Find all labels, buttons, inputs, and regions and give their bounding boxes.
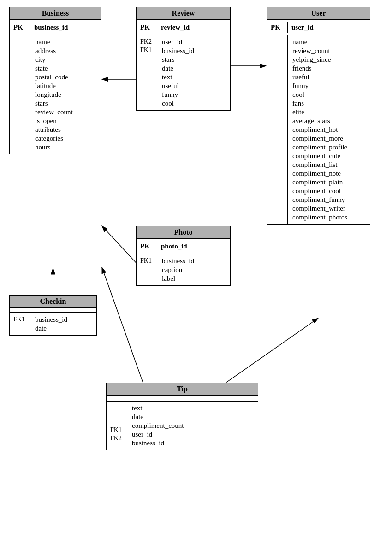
user-field: funny (292, 82, 347, 90)
user-pk-label: PK (267, 22, 288, 33)
review-fk2-label: FK2 (140, 38, 153, 46)
user-field: cool (292, 91, 347, 99)
photo-fk-col: FK1 (137, 254, 157, 285)
review-fk1-label: FK1 (140, 47, 153, 54)
photo-fk1-label: FK1 (140, 257, 153, 265)
user-field: average_stars (292, 117, 347, 125)
photo-pk-field: photo_id (157, 241, 191, 252)
entity-business: Business PK business_id nameaddresscitys… (9, 7, 101, 154)
review-field: text (162, 73, 194, 81)
entity-user: User PK user_id namereview_countyelping_… (267, 7, 370, 225)
business-field: city (35, 56, 73, 64)
business-field: categories (35, 135, 73, 142)
user-field: yelping_since (292, 56, 347, 64)
diagram-container: Business PK business_id nameaddresscitys… (0, 0, 392, 538)
user-field: compliment_plain (292, 178, 347, 186)
tip-fk-field: user_id (132, 431, 184, 438)
photo-fields: business_idcaptionlabel (157, 254, 199, 285)
user-field: compliment_profile (292, 143, 347, 151)
user-field: compliment_hot (292, 126, 347, 134)
business-field: stars (35, 100, 73, 107)
business-field: review_count (35, 108, 73, 116)
checkin-field: business_id (35, 316, 67, 324)
user-field: compliment_cute (292, 152, 347, 160)
user-fk-col (267, 35, 288, 224)
tip-field: text (132, 404, 184, 412)
svg-line-6 (226, 318, 318, 383)
entity-tip: Tip FK1 FK2 textdatecompliment_countuser… (106, 383, 258, 450)
review-pk-field: review_id (157, 22, 193, 33)
business-fields: nameaddresscitystatepostal_codelatitudel… (30, 35, 77, 154)
user-field: fans (292, 100, 347, 107)
user-field: compliment_writer (292, 205, 347, 213)
checkin-fk1-label: FK1 (13, 316, 26, 323)
tip-fk1-label: FK1 (110, 426, 123, 434)
entity-checkin: Checkin FK1 business_iddate (9, 295, 97, 336)
checkin-fk-col: FK1 (10, 313, 30, 335)
business-field: latitude (35, 82, 73, 90)
review-fk-field: business_id (162, 47, 194, 55)
tip-fk2-label: FK2 (110, 435, 123, 442)
user-fields: namereview_countyelping_sincefriendsusef… (288, 35, 352, 224)
review-field: stars (162, 56, 194, 64)
user-field: compliment_cool (292, 187, 347, 195)
photo-field: business_id (162, 257, 194, 265)
business-field: name (35, 38, 73, 46)
review-fk-field: user_id (162, 38, 194, 46)
photo-pk-label: PK (137, 241, 157, 252)
tip-field: date (132, 413, 184, 421)
user-field: compliment_funny (292, 196, 347, 204)
tip-header: Tip (107, 383, 258, 396)
svg-line-4 (102, 226, 136, 263)
user-header: User (267, 7, 370, 20)
entity-review: Review PK review_id FK2 FK1 user_idbusin… (136, 7, 231, 111)
business-field: attributes (35, 126, 73, 134)
business-field: address (35, 47, 73, 55)
tip-field: compliment_count (132, 422, 184, 430)
photo-header: Photo (137, 226, 230, 239)
photo-field: caption (162, 266, 194, 274)
checkin-fields: business_iddate (30, 313, 72, 335)
business-field: postal_code (35, 73, 73, 81)
business-fk-col (10, 35, 30, 154)
business-field: longitude (35, 91, 73, 99)
user-field: compliment_more (292, 135, 347, 142)
review-fields: user_idbusiness_idstarsdatetextusefulfun… (157, 35, 199, 110)
user-field: review_count (292, 47, 347, 55)
tip-fk-col: FK1 FK2 (107, 402, 127, 450)
review-header: Review (137, 7, 230, 20)
business-field: is_open (35, 117, 73, 125)
user-field: compliment_photos (292, 213, 347, 221)
review-pk-label: PK (137, 22, 157, 33)
business-header: Business (10, 7, 101, 20)
user-field: compliment_note (292, 170, 347, 177)
review-fk-col: FK2 FK1 (137, 35, 157, 110)
user-field: elite (292, 108, 347, 116)
user-pk-field: user_id (288, 22, 317, 33)
business-field: hours (35, 143, 73, 151)
photo-field: label (162, 275, 194, 283)
user-field: name (292, 38, 347, 46)
checkin-field: date (35, 325, 67, 332)
user-field: compliment_list (292, 161, 347, 169)
business-pk-field: business_id (30, 22, 71, 33)
review-field: cool (162, 100, 194, 107)
user-field: useful (292, 73, 347, 81)
tip-fk-field: business_id (132, 439, 184, 447)
review-field: date (162, 65, 194, 72)
business-field: state (35, 65, 73, 72)
user-field: friends (292, 65, 347, 72)
entity-photo: Photo PK photo_id FK1 business_idcaption… (136, 226, 231, 286)
review-field: funny (162, 91, 194, 99)
review-field: useful (162, 82, 194, 90)
tip-fields: textdatecompliment_countuser_idbusiness_… (127, 402, 188, 450)
checkin-header: Checkin (10, 296, 96, 308)
business-pk-label: PK (10, 22, 30, 33)
